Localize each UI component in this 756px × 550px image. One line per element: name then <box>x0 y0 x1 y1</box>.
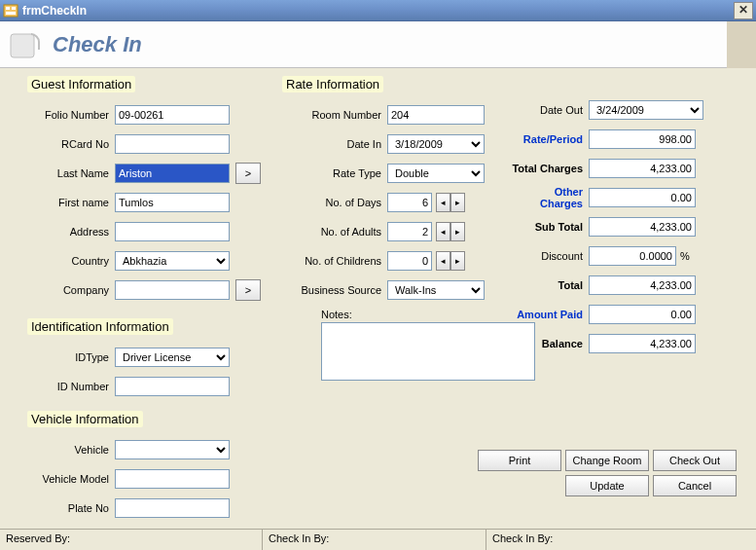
datein-label: Date In <box>282 138 387 150</box>
folio-label: Folio Number <box>27 109 115 121</box>
ratetype-select[interactable]: Double <box>387 164 485 183</box>
balance-label: Balance <box>511 338 589 349</box>
page-title: Check In <box>53 32 142 57</box>
vehicle-label: Vehicle <box>27 444 115 456</box>
amountpaid-link[interactable]: Amount Paid <box>511 309 589 320</box>
lastname-input[interactable] <box>115 164 230 183</box>
group-guest-label: Guest Information <box>27 76 135 92</box>
days-dec-button[interactable]: ◂ <box>436 193 450 212</box>
discount-input[interactable] <box>589 246 676 266</box>
firstname-label: First name <box>27 197 115 208</box>
page-icon <box>10 28 43 61</box>
othercharges-input[interactable] <box>589 188 696 207</box>
status-bar: Reserved By: Check In By: Check In By: <box>0 529 756 550</box>
action-buttons: Print Change Room Check Out Update Cance… <box>478 450 737 496</box>
window-title: frmCheckIn <box>22 4 87 18</box>
idtype-label: IDType <box>27 351 115 363</box>
biz-select[interactable]: Walk-Ins <box>387 280 485 300</box>
days-inc-button[interactable]: ▸ <box>450 193 465 212</box>
room-input[interactable] <box>387 105 485 125</box>
discount-label: Discount <box>511 250 589 262</box>
form-area: Guest Information Folio Number RCard No … <box>0 68 756 526</box>
address-input[interactable] <box>115 222 230 241</box>
totalcharges-label: Total Charges <box>511 163 589 174</box>
idtype-select[interactable]: Driver License <box>115 348 230 367</box>
subtotal-input[interactable] <box>589 217 696 237</box>
checkout-button[interactable]: Check Out <box>653 450 737 471</box>
change-room-button[interactable]: Change Room <box>565 450 649 471</box>
total-input[interactable] <box>589 275 696 295</box>
window-titlebar: frmCheckIn ✕ <box>0 0 756 21</box>
group-rate-label: Rate Information <box>282 76 383 92</box>
othercharges-link[interactable]: Other Charges <box>511 186 589 209</box>
rateperiod-input[interactable] <box>589 129 696 149</box>
children-input[interactable] <box>387 251 432 271</box>
svg-rect-2 <box>12 7 16 10</box>
company-lookup-button[interactable]: > <box>235 279 261 301</box>
amountpaid-input[interactable] <box>589 305 696 324</box>
discount-suffix: % <box>680 250 690 262</box>
folio-input[interactable] <box>115 105 230 125</box>
days-label: No. of Days <box>282 197 387 208</box>
adults-dec-button[interactable]: ◂ <box>436 222 450 241</box>
room-label: Room Number <box>282 109 387 121</box>
ratetype-label: Rate Type <box>282 167 387 179</box>
notes-label: Notes: <box>321 309 352 320</box>
country-label: Country <box>27 255 115 267</box>
update-button[interactable]: Update <box>565 475 649 496</box>
vehicle-select[interactable] <box>115 440 230 459</box>
firstname-input[interactable] <box>115 193 230 212</box>
subtotal-label: Sub Total <box>511 221 589 233</box>
notes-input[interactable] <box>321 322 535 381</box>
address-label: Address <box>27 226 115 238</box>
rcard-label: RCard No <box>27 138 115 150</box>
company-input[interactable] <box>115 280 230 300</box>
svg-rect-1 <box>6 7 10 10</box>
adults-label: No. of Adults <box>282 226 387 238</box>
balance-input[interactable] <box>589 334 696 353</box>
status-checkin2: Check In By: <box>486 530 756 550</box>
company-label: Company <box>27 284 115 296</box>
svg-rect-3 <box>6 12 16 15</box>
plate-input[interactable] <box>115 498 230 518</box>
biz-label: Business Source <box>282 284 387 296</box>
children-label: No. of Childrens <box>282 255 387 267</box>
plate-label: Plate No <box>27 502 115 514</box>
adults-input[interactable] <box>387 222 432 241</box>
total-label: Total <box>511 279 589 291</box>
vehicle-model-input[interactable] <box>115 469 230 489</box>
rcard-input[interactable] <box>115 134 230 154</box>
vehicle-model-label: Vehicle Model <box>27 473 115 485</box>
svg-rect-0 <box>4 5 18 17</box>
print-button[interactable]: Print <box>478 450 561 471</box>
adults-inc-button[interactable]: ▸ <box>450 222 465 241</box>
close-button[interactable]: ✕ <box>734 2 753 19</box>
status-checkin1: Check In By: <box>263 530 486 550</box>
group-vehicle-label: Vehicle Information <box>27 411 143 427</box>
lastname-lookup-button[interactable]: > <box>235 163 261 184</box>
status-reserved: Reserved By: <box>0 530 263 550</box>
datein-select[interactable]: 3/18/2009 <box>387 134 485 154</box>
header: Check In <box>0 21 756 68</box>
dateout-label: Date Out <box>511 104 589 116</box>
dateout-select[interactable]: 3/24/2009 <box>589 100 703 120</box>
idnum-input[interactable] <box>115 377 230 396</box>
totalcharges-input[interactable] <box>589 159 696 178</box>
cancel-button[interactable]: Cancel <box>653 475 737 496</box>
idnum-label: ID Number <box>27 381 115 392</box>
children-inc-button[interactable]: ▸ <box>450 251 465 271</box>
children-dec-button[interactable]: ◂ <box>436 251 450 271</box>
app-icon <box>3 3 18 18</box>
group-ident-label: Identification Information <box>27 318 173 335</box>
country-select[interactable]: Abkhazia <box>115 251 230 271</box>
lastname-label: Last Name <box>27 167 115 179</box>
rateperiod-link[interactable]: Rate/Period <box>511 133 589 145</box>
days-input[interactable] <box>387 193 432 212</box>
